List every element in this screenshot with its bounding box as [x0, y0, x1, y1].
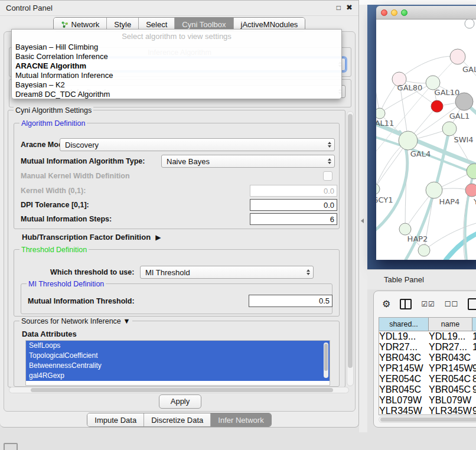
gear-icon[interactable]: ⚙	[382, 297, 390, 311]
table-cell[interactable]: YPR145W	[429, 363, 472, 374]
select-all-checkboxes-icon[interactable]: ☑☑	[421, 300, 435, 308]
table-panel-titlebar[interactable]: Table Panel	[367, 269, 476, 289]
table-row[interactable]: YDR27...YDR27...12	[379, 342, 476, 353]
mi-algorithm-type-combobox[interactable]: Naive Bayes	[161, 155, 335, 168]
table-cell[interactable]: YLR345W	[429, 406, 472, 415]
table-row[interactable]: YBR045CYBR045C9.	[379, 384, 476, 395]
table-cell[interactable]: YBL079W	[379, 395, 429, 406]
network-node[interactable]	[465, 184, 476, 197]
table-cell[interactable]: YER054C	[429, 374, 472, 384]
network-window-titlebar[interactable]	[376, 6, 476, 19]
dock-panel-icon[interactable]	[4, 443, 18, 450]
network-node[interactable]	[465, 19, 474, 28]
aracne-mode-combobox[interactable]: Discovery	[60, 138, 335, 151]
data-attribute-item[interactable]: BetweennessCentrality	[26, 361, 330, 371]
algorithm-option-dream8-dc-tdc-algorithm[interactable]: Dream8 DC_TDC Algorithm	[15, 90, 341, 99]
table-cell[interactable]: YBR045C	[429, 384, 472, 395]
scrollbar-thumb[interactable]	[324, 344, 328, 371]
table-cell[interactable]: 8.	[472, 374, 476, 384]
table-cell[interactable]: 9.	[472, 406, 476, 415]
table-row[interactable]: YER054CYER054C8.	[379, 374, 476, 384]
table-cell[interactable]: YBR043C	[429, 353, 472, 363]
table-row[interactable]: YPR145WYPR145W9.	[379, 363, 476, 374]
table-cell[interactable]: YBR045C	[379, 384, 429, 395]
manual-kernel-width-checkbox[interactable]	[323, 171, 332, 181]
network-node[interactable]	[450, 49, 465, 64]
network-view-window[interactable]: GALGAL80GAL10GAL1GAL11SWI4GAL4GCY1HAP4YH…	[376, 6, 476, 260]
table-horizontal-scrollbar[interactable]	[379, 416, 476, 423]
control-panel-titlebar[interactable]: Control Panel □ ✖	[0, 1, 358, 16]
panel-divider[interactable]	[359, 5, 367, 432]
settings-vertical-scrollbar[interactable]	[347, 111, 354, 386]
table-cell[interactable]: 13	[472, 331, 476, 342]
network-node[interactable]	[431, 100, 443, 112]
close-window-icon[interactable]: ✖	[346, 3, 353, 12]
table-cell[interactable]: YBR043C	[379, 353, 429, 363]
network-node[interactable]	[376, 184, 380, 194]
new-table-icon[interactable]	[468, 298, 476, 310]
table-cell[interactable]: YLR345W	[379, 406, 429, 415]
algorithm-option-bayesian-hill-climbing[interactable]: Bayesian – Hill Climbing	[15, 43, 341, 52]
tab-infer-network[interactable]: Infer Network	[211, 413, 270, 426]
column-header-shared[interactable]: shared...	[379, 318, 429, 331]
table-cell[interactable]: YDR27...	[379, 342, 429, 353]
tab-impute-data[interactable]: Impute Data	[87, 413, 144, 426]
network-graph[interactable]: GALGAL80GAL10GAL1GAL11SWI4GAL4GCY1HAP4YH…	[376, 19, 476, 260]
network-edge[interactable]	[446, 231, 476, 260]
columns-icon[interactable]	[400, 299, 412, 309]
which-threshold-combobox[interactable]: MI Threshold	[140, 266, 314, 279]
table-cell[interactable]: 12	[472, 342, 476, 353]
float-window-icon[interactable]: □	[337, 3, 341, 12]
dpi-tolerance-field[interactable]	[250, 199, 337, 211]
table-cell[interactable]: YER054C	[379, 374, 429, 384]
tab-discretize-data[interactable]: Discretize Data	[144, 413, 211, 426]
data-attribute-item[interactable]: TopologicalCoefficient	[26, 351, 330, 361]
network-node[interactable]	[426, 182, 442, 198]
table-cell[interactable]: YDL19...	[429, 331, 472, 342]
algorithm-option-bayesian-k2[interactable]: Bayesian – K2	[15, 80, 341, 90]
close-button[interactable]	[381, 9, 387, 16]
scrollbar-thumb[interactable]	[31, 388, 333, 392]
table-row[interactable]: YLR345WYLR345W9.	[379, 406, 476, 415]
data-attribute-item[interactable]: SelfLoops	[26, 341, 330, 351]
network-node[interactable]	[442, 122, 457, 136]
table-row[interactable]: YBL079WYBL079W	[379, 395, 476, 406]
table-cell[interactable]	[472, 395, 476, 406]
minimize-button[interactable]	[391, 9, 397, 16]
settings-horizontal-scrollbar[interactable]	[9, 387, 349, 393]
table-cell[interactable]: YDR27...	[429, 342, 472, 353]
zoom-button[interactable]	[401, 9, 407, 16]
algorithm-option-aracne-algorithm[interactable]: ARACNE Algorithm	[15, 61, 341, 71]
mi-threshold-field[interactable]	[249, 295, 332, 307]
table-cell[interactable]	[472, 353, 476, 363]
scrollbar-thumb[interactable]	[348, 114, 353, 368]
table-cell[interactable]: YPR145W	[379, 363, 429, 374]
network-edge[interactable]	[399, 56, 458, 79]
apply-button[interactable]: Apply	[159, 394, 201, 409]
algorithm-option-mutual-information-inference[interactable]: Mutual Information Inference	[15, 71, 341, 80]
column-header-name[interactable]: name	[429, 318, 472, 331]
table-cell[interactable]: YBL079W	[429, 395, 472, 406]
table-row[interactable]: YBR043CYBR043C	[379, 353, 476, 363]
network-canvas[interactable]: GALGAL80GAL10GAL1GAL11SWI4GAL4GCY1HAP4YH…	[376, 19, 476, 260]
table-cell[interactable]: 9.	[472, 384, 476, 395]
table-row[interactable]: YDL19...YDL19...13	[379, 331, 476, 342]
list-scrollbar[interactable]	[324, 343, 328, 378]
data-attribute-item[interactable]: gal4RGexp	[26, 371, 330, 381]
network-edge[interactable]	[376, 121, 476, 167]
algorithm-option-basic-correlation-inference[interactable]: Basic Correlation Inference	[15, 52, 341, 61]
network-node[interactable]	[418, 244, 430, 256]
table-cell[interactable]: 9.	[472, 363, 476, 374]
sources-group-title[interactable]: Sources for Network Inference ▼	[19, 317, 132, 325]
column-header-a[interactable]: A	[472, 318, 476, 331]
hub-definition-disclosure[interactable]: Hub/Transcription Factor Definition▶	[22, 233, 161, 242]
kernel-width-field[interactable]	[250, 185, 337, 197]
mi-steps-field[interactable]	[250, 213, 337, 225]
network-node[interactable]	[467, 164, 476, 179]
network-node[interactable]	[399, 223, 411, 235]
deselect-all-checkboxes-icon[interactable]: ☐☐	[445, 300, 459, 308]
network-node[interactable]	[399, 131, 418, 150]
scrollbar-thumb[interactable]	[380, 418, 476, 422]
collapse-left-icon[interactable]	[361, 219, 364, 223]
table-cell[interactable]: YDL19...	[379, 331, 429, 342]
